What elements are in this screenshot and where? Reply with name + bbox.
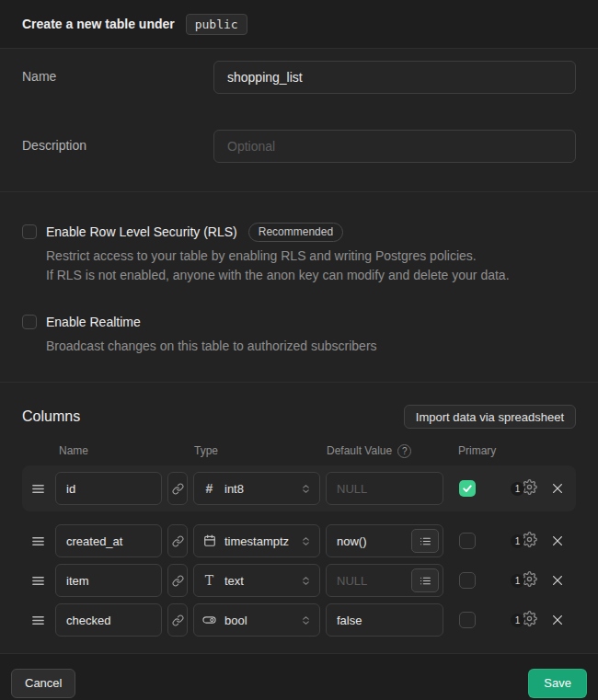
column-name-input[interactable] — [55, 564, 162, 597]
column-name-input[interactable] — [55, 472, 162, 505]
dialog-footer: Cancel Save — [0, 654, 598, 700]
column-settings-button[interactable]: 1 — [511, 532, 537, 550]
name-label: Name — [22, 61, 213, 84]
column-type-select[interactable]: bool — [193, 603, 320, 637]
column-type-label: bool — [224, 614, 293, 627]
column-name-input[interactable] — [55, 524, 162, 557]
rls-description: Restrict access to your table by enablin… — [46, 247, 576, 285]
recommended-badge: Recommended — [248, 223, 343, 242]
default-value-input[interactable] — [337, 534, 411, 548]
schema-badge: public — [186, 14, 247, 35]
remove-column-button[interactable] — [551, 614, 564, 626]
table-name-input[interactable] — [213, 61, 576, 94]
column-settings-button[interactable]: 1 — [511, 571, 537, 590]
rls-label: Enable Row Level Security (RLS) — [46, 224, 237, 239]
foreign-key-link-button[interactable] — [167, 472, 188, 505]
column-type-select[interactable]: timestamptz — [193, 524, 320, 557]
chevron-updown-icon — [301, 536, 311, 546]
drag-handle-icon[interactable] — [31, 614, 46, 627]
header-name: Name — [59, 444, 194, 457]
realtime-description: Broadcast changes on this table to autho… — [46, 337, 576, 356]
table-description-input[interactable] — [213, 130, 576, 163]
realtime-checkbox[interactable] — [22, 315, 37, 329]
drag-handle-icon[interactable] — [31, 574, 46, 588]
help-icon[interactable]: ? — [397, 444, 411, 458]
dialog-header: Create a new table under public — [0, 0, 598, 49]
default-value-field — [326, 564, 443, 597]
columns-section: Columns Import data via spreadsheet Name… — [0, 383, 598, 654]
text-icon: T — [202, 573, 216, 588]
columns-rows: #int81timestamptz1Ttext1bool1 — [22, 465, 576, 637]
default-value-field — [326, 524, 443, 557]
column-type-label: timestamptz — [224, 534, 293, 548]
default-value-picker-button[interactable] — [411, 529, 439, 553]
drag-handle-icon[interactable] — [31, 534, 46, 548]
description-label: Description — [22, 130, 213, 153]
remove-column-button[interactable] — [551, 534, 564, 547]
primary-checkbox[interactable] — [459, 612, 476, 628]
hash-icon: # — [202, 481, 216, 496]
dialog-title: Create a new table under — [22, 17, 175, 31]
column-settings-button[interactable]: 1 — [511, 611, 537, 629]
highlighted-row-panel: #int81 — [22, 465, 576, 511]
column-row: #int81 — [22, 472, 576, 505]
realtime-option: Enable Realtime Broadcast changes on thi… — [22, 313, 576, 356]
import-spreadsheet-button[interactable]: Import data via spreadsheet — [404, 405, 576, 429]
columns-table-headers: Name Type Default Value ? Primary — [22, 443, 576, 458]
settings-count-badge: 1 — [511, 534, 524, 548]
settings-count-badge: 1 — [511, 482, 524, 496]
table-details-section: Name Description — [0, 49, 598, 192]
default-value-input[interactable] — [337, 574, 411, 588]
save-button[interactable]: Save — [528, 669, 587, 698]
foreign-key-link-button[interactable] — [167, 564, 188, 597]
column-type-select[interactable]: Ttext — [193, 564, 320, 597]
default-value-field — [326, 472, 443, 505]
rls-checkbox[interactable] — [22, 224, 37, 239]
table-options-section: Enable Row Level Security (RLS) Recommen… — [0, 192, 598, 383]
columns-title: Columns — [22, 408, 80, 425]
column-row: timestamptz1 — [22, 524, 576, 557]
column-type-label: text — [224, 574, 293, 588]
column-row: bool1 — [22, 603, 576, 637]
drag-handle-icon[interactable] — [31, 482, 46, 496]
foreign-key-link-button[interactable] — [167, 524, 188, 557]
column-type-label: int8 — [224, 482, 293, 496]
chevron-updown-icon — [301, 615, 311, 625]
primary-checkbox[interactable] — [459, 480, 476, 497]
column-name-input[interactable] — [55, 603, 162, 637]
column-settings-button[interactable]: 1 — [511, 479, 537, 498]
remove-column-button[interactable] — [551, 482, 564, 495]
header-type: Type — [194, 444, 327, 457]
settings-count-badge: 1 — [511, 614, 524, 627]
primary-checkbox[interactable] — [459, 533, 476, 549]
default-value-input[interactable] — [337, 614, 439, 627]
calendar-icon — [202, 534, 216, 547]
default-value-picker-button[interactable] — [411, 568, 439, 592]
default-value-input[interactable] — [337, 482, 439, 496]
rls-option: Enable Row Level Security (RLS) Recommen… — [22, 223, 576, 285]
settings-count-badge: 1 — [511, 574, 524, 588]
header-primary: Primary — [458, 444, 496, 457]
remove-column-button[interactable] — [551, 574, 564, 587]
default-value-field — [326, 603, 443, 637]
realtime-label: Enable Realtime — [46, 315, 141, 329]
chevron-updown-icon — [301, 576, 311, 586]
chevron-updown-icon — [301, 484, 311, 494]
column-type-select[interactable]: #int8 — [193, 472, 320, 505]
primary-checkbox[interactable] — [459, 572, 476, 589]
toggle-icon — [202, 613, 216, 627]
cancel-button[interactable]: Cancel — [11, 669, 75, 698]
foreign-key-link-button[interactable] — [167, 603, 188, 637]
column-row: Ttext1 — [22, 564, 576, 597]
header-default-value: Default Value ? — [327, 444, 458, 458]
